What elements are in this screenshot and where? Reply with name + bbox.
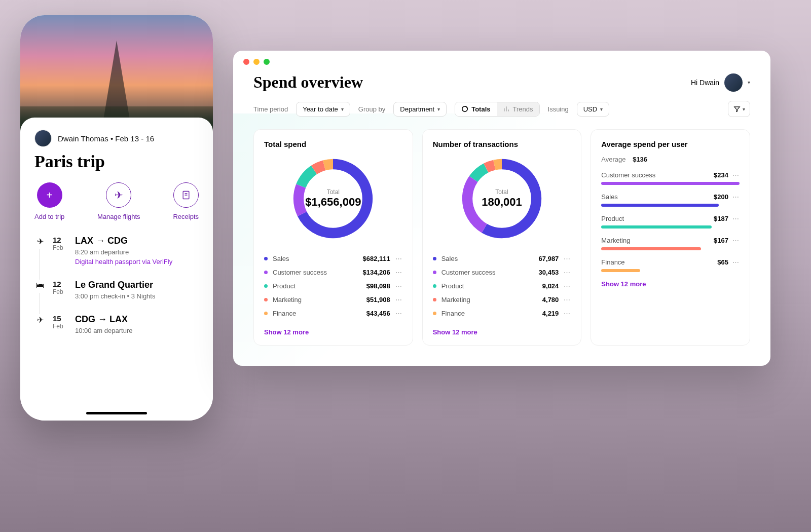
show-more-link[interactable]: Show 12 more (433, 328, 571, 336)
more-icon[interactable]: ⋯ (732, 237, 740, 244)
show-more-link[interactable]: Show 12 more (264, 328, 402, 336)
timeline-item[interactable]: 🛏 12Feb Le Grand Quartier 3:00 pm check-… (34, 280, 199, 300)
legend-dot (433, 257, 436, 260)
avg-spend-card: Average spend per user Average $136 Cust… (591, 129, 750, 346)
trip-timeline: ✈ 12Feb LAX → CDG 8:20 am departure Digi… (34, 236, 199, 334)
currency-select[interactable]: USD ▾ (577, 102, 609, 117)
bar-fill (601, 204, 719, 207)
totals-toggle[interactable]: Totals (455, 102, 496, 116)
legend-row: Customer success $134,206 ⋯ (264, 265, 402, 279)
bar-name: Marketing (601, 237, 714, 244)
close-icon[interactable] (243, 59, 249, 65)
more-icon[interactable]: ⋯ (395, 282, 402, 290)
timeline-item[interactable]: ✈ 12Feb LAX → CDG 8:20 am departure Digi… (34, 236, 199, 265)
timeline-date: 12Feb (53, 236, 68, 265)
legend-name: Finance (441, 310, 542, 317)
more-icon[interactable]: ⋯ (564, 310, 571, 317)
legend-value: 4,219 (542, 310, 559, 317)
bar-fill (601, 269, 640, 272)
more-icon[interactable]: ⋯ (395, 310, 402, 317)
trends-toggle[interactable]: Trends (497, 102, 539, 116)
trends-label: Trends (513, 105, 533, 113)
legend-name: Marketing (441, 296, 542, 303)
legend-name: Product (273, 282, 366, 290)
issuing-label: Issuing (548, 105, 569, 113)
transactions-donut: Total 180,001 (459, 156, 545, 242)
trip-panel: Dwain Thomas • Feb 13 - 16 Paris trip + … (20, 118, 213, 421)
legend-value: $134,206 (362, 269, 390, 276)
timeline-link[interactable]: Digital health passport via VeriFly (75, 258, 199, 265)
legend-row: Sales $682,111 ⋯ (264, 252, 402, 265)
donut-center-value: 180,001 (482, 196, 522, 209)
chevron-down-icon: ▾ (600, 106, 603, 112)
time-period-select[interactable]: Year to date ▾ (296, 102, 350, 117)
legend-name: Sales (441, 255, 539, 262)
dashboard-window: Spend overview Hi Dwain ▾ Time period Ye… (233, 51, 770, 366)
funnel-icon (733, 105, 741, 112)
avatar (724, 73, 743, 92)
bed-icon: 🛏 (34, 280, 46, 300)
time-period-label: Time period (253, 105, 288, 113)
more-icon[interactable]: ⋯ (732, 193, 740, 201)
more-icon[interactable]: ⋯ (564, 255, 571, 262)
donut-center-value: $1,656,009 (305, 196, 361, 209)
filter-button[interactable]: ▾ (728, 101, 750, 117)
group-by-select[interactable]: Department ▾ (393, 102, 447, 117)
more-icon[interactable]: ⋯ (395, 255, 402, 262)
legend-value: $682,111 (362, 255, 390, 262)
show-more-link[interactable]: Show 12 more (601, 280, 740, 288)
more-icon[interactable]: ⋯ (395, 269, 402, 276)
bar-fill (601, 182, 740, 185)
chevron-down-icon: ▾ (743, 106, 745, 112)
timeline-title: CDG → LAX (75, 314, 199, 325)
timeline-date: 12Feb (53, 280, 68, 300)
legend-dot (433, 271, 436, 274)
more-icon[interactable]: ⋯ (564, 296, 571, 303)
average-line: Average $136 (601, 156, 740, 163)
legend-name: Customer success (273, 269, 362, 276)
bar-list: Customer success $234 ⋯ Sales $200 ⋯ Pro… (601, 171, 740, 272)
legend-dot (264, 257, 268, 260)
bar-name: Product (601, 215, 714, 222)
time-period-value: Year to date (303, 105, 338, 113)
more-icon[interactable]: ⋯ (732, 258, 740, 266)
bar-value: $65 (717, 258, 728, 266)
timeline-title: LAX → CDG (75, 236, 199, 246)
bar-value: $167 (714, 237, 728, 244)
total-spend-donut: Total $1,656,009 (290, 156, 376, 242)
bar-row: Marketing $167 ⋯ (601, 237, 740, 250)
more-icon[interactable]: ⋯ (564, 282, 571, 290)
more-icon[interactable]: ⋯ (732, 215, 740, 222)
legend-row: Finance 4,219 ⋯ (433, 307, 571, 320)
filter-bar: Time period Year to date ▾ Group by Depa… (253, 101, 750, 117)
more-icon[interactable]: ⋯ (732, 171, 740, 179)
receipts-label: Receipts (173, 213, 199, 220)
user-menu[interactable]: Hi Dwain ▾ (691, 73, 750, 92)
timeline-item[interactable]: ✈ 15Feb CDG → LAX 10:00 am departure (34, 314, 199, 334)
add-to-trip-button[interactable]: + Add to trip (34, 182, 64, 220)
average-label: Average (601, 156, 625, 163)
more-icon[interactable]: ⋯ (395, 296, 402, 303)
legend-row: Product $98,098 ⋯ (264, 279, 402, 293)
bar-value: $200 (714, 193, 728, 201)
manage-flights-button[interactable]: ✈ Manage flights (97, 182, 140, 220)
trip-meta: Dwain Thomas • Feb 13 - 16 (34, 130, 199, 147)
bar-name: Customer success (601, 171, 714, 179)
legend: Sales $682,111 ⋯ Customer success $134,2… (264, 252, 402, 320)
legend-row: Finance $43,456 ⋯ (264, 307, 402, 320)
legend-row: Product 9,024 ⋯ (433, 279, 571, 293)
maximize-icon[interactable] (264, 59, 270, 65)
receipt-icon (173, 182, 199, 208)
legend-dot (433, 298, 436, 301)
more-icon[interactable]: ⋯ (564, 269, 571, 276)
legend-dot (433, 284, 436, 288)
legend: Sales 67,987 ⋯ Customer success 30,453 ⋯… (433, 252, 571, 320)
group-by-value: Department (400, 105, 434, 113)
minimize-icon[interactable] (253, 59, 260, 65)
legend-row: Marketing $51,908 ⋯ (264, 293, 402, 307)
phone-mockup: Dwain Thomas • Feb 13 - 16 Paris trip + … (20, 15, 213, 421)
receipts-button[interactable]: Receipts (173, 182, 199, 220)
legend-name: Product (441, 282, 542, 290)
bar-fill (601, 225, 712, 229)
chevron-down-icon: ▾ (437, 106, 440, 112)
